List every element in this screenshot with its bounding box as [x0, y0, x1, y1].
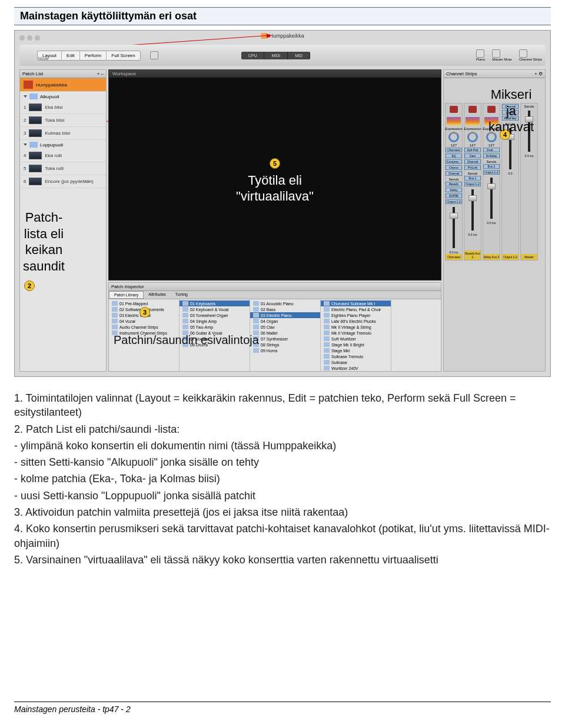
patch-name: Encore (jos pyydetään) [45, 179, 93, 184]
master-mute-icon[interactable] [492, 49, 500, 58]
folder-icon [29, 142, 38, 148]
overlay-workspace-2: "virtuaalilava" [236, 189, 314, 204]
tab-attributes[interactable]: Attributes [144, 291, 171, 299]
inspector-item[interactable]: Mk II Vintage & String [321, 324, 391, 330]
minimize-icon[interactable] [27, 35, 32, 41]
inspector-item[interactable]: Late 80's Electric Plucks [321, 318, 391, 324]
panel-controls-icon[interactable]: + ⚙ [534, 71, 543, 76]
callout-3: 3 [139, 307, 150, 318]
patch-name: Toka biisi [45, 118, 64, 123]
channel-strip[interactable]: Expression127Soft PadGainChannel EQPVLvr… [464, 103, 481, 261]
fullscreen-button[interactable]: Full Screen [107, 51, 139, 60]
tools-icon[interactable] [150, 51, 158, 59]
channel-strip[interactable]: Sends0.4 msMaster [520, 103, 538, 261]
channel-strip[interactable]: Expression127ChorusedEQCompres...ChorusC… [445, 103, 463, 261]
inspector-item[interactable]: 09 Horns [250, 348, 320, 353]
patch-thumb-icon [29, 103, 42, 111]
inspector-item[interactable]: Suitcase Tremolo [321, 353, 391, 359]
overlay-workspace-1: Työtila eli [248, 173, 302, 188]
patch-row[interactable]: 3Kolmas biisi [20, 127, 106, 140]
patch-thumb-icon [29, 129, 42, 137]
toolbar-mute-label: Master Mute [492, 58, 511, 61]
workspace: Workspace 5 Työtila eli "virtuaalilava" [108, 69, 441, 280]
inspector-item[interactable]: 06 Mallet [250, 330, 320, 336]
inspector-item[interactable]: Eighties Piano Player [321, 312, 391, 318]
inspector-item[interactable]: Stage Mk II Bright [321, 342, 391, 348]
inspector-item[interactable]: 05 Two-Amp [180, 324, 250, 330]
inspector-col-4[interactable]: Chorused Suitcase Mk IElectric Piano, Pa… [321, 299, 391, 371]
callout-5: 5 [270, 158, 280, 169]
callout-2: 2 [24, 280, 35, 291]
center-segmented: CPU MIDI MID [241, 52, 310, 59]
list-subitem: - uusi Setti-kansio "Loppupuoli" jonka s… [14, 489, 551, 503]
folder-icon [29, 93, 38, 99]
inspector-item[interactable]: Electric Piano, Pad & Choir [321, 306, 391, 312]
set-folder[interactable]: Alkupuoli [20, 92, 106, 101]
cpu-tab[interactable]: CPU [241, 52, 265, 59]
disclosure-icon[interactable] [24, 143, 27, 146]
patch-index: 1 [24, 105, 26, 110]
patch-row[interactable]: 5Toka rulli [20, 162, 106, 175]
patch-row[interactable]: 2Toka biisi [20, 114, 106, 127]
patch-list-header: Patch List [22, 71, 43, 76]
panel-controls-icon[interactable]: + – [97, 71, 104, 76]
callout-4: 4 [500, 129, 510, 140]
mid-tab[interactable]: MID [288, 52, 310, 59]
patch-index: 4 [24, 153, 26, 158]
patch-name: Toka rulli [45, 166, 64, 171]
toolbar: Layout Edit Perform Full Screen Mode CPU… [19, 45, 546, 66]
disclosure-icon[interactable] [24, 95, 27, 98]
inspector-item[interactable]: 03 Tonewheel Organ [180, 312, 250, 318]
overlay-bottom-label: Patchin/saundin esivalintoja [114, 333, 259, 347]
mode-segmented[interactable]: Layout Edit Perform Full Screen [37, 51, 141, 61]
midi-tab[interactable]: MIDI [264, 52, 288, 59]
inspector-item[interactable]: Soft Wurlitzer [321, 336, 391, 342]
list-subitem: - kolme patchia (Eka-, Toka- ja Kolmas b… [14, 472, 551, 486]
inspector-item[interactable]: 01 Acoustic Piano [250, 300, 320, 306]
list-subitem: - sitten Setti-kansio "Alkupuoli" jonka … [14, 455, 551, 469]
list-item: 5. Varsinainen "virtuaalilava" eli tässä… [14, 553, 551, 567]
patch-row[interactable]: 1Eka biisi [20, 101, 106, 114]
close-icon[interactable] [19, 35, 25, 41]
piano-icon[interactable] [476, 49, 484, 58]
set-name: Loppupuoli [40, 142, 63, 148]
inspector-item[interactable]: 04 Organ [250, 318, 320, 324]
edit-button[interactable]: Edit [62, 51, 80, 60]
inspector-item[interactable]: 03 Electric Piano [250, 312, 320, 318]
perform-button[interactable]: Perform [80, 51, 107, 60]
concert-name: Humppakeikka [36, 82, 67, 88]
inspector-item[interactable]: Stage Mkl [321, 348, 391, 353]
inspector-item[interactable]: 01 Pre-Mapped [109, 300, 179, 306]
inspector-item[interactable]: 02 Keyboard & Vocal [180, 306, 250, 312]
patch-list-panel: Patch List + – Humppakeikka Alkupuoli 1E… [19, 69, 107, 372]
channel-strips-panel: Channel Strips + ⚙ Expression127Chorused… [443, 69, 546, 372]
concert-row[interactable]: Humppakeikka [20, 78, 106, 92]
channel-strips-icon[interactable] [519, 49, 527, 58]
set-folder[interactable]: Loppupuoli [20, 140, 106, 149]
list-item: 1. Toimintatilojen valinnat (Layout = ke… [14, 391, 551, 420]
inspector-item[interactable]: 02 Bass [250, 306, 320, 312]
inspector-item[interactable]: 08 Strings [250, 342, 320, 348]
inspector-item[interactable]: Suitcase [321, 359, 391, 365]
patch-row[interactable]: 6Encore (jos pyydetään) [20, 175, 106, 188]
channel-strip[interactable]: Expression127Dual ...St-DelaySendsBus 2O… [483, 103, 500, 261]
inspector-item[interactable]: 01 Keyboards [180, 300, 250, 306]
inspector-item[interactable]: 04 Single Amp [180, 318, 250, 324]
inspector-item[interactable]: Wurlitzer 240V [321, 365, 391, 371]
section-title: Mainstagen käyttöliittymän eri osat [14, 7, 551, 25]
page-footer: Mainstagen perusteita - tp47 - 2 [14, 702, 551, 714]
inspector-col-3[interactable]: 01 Acoustic Piano02 Bass03 Electric Pian… [250, 299, 321, 371]
channel-strip[interactable]: Channel EQLimiterAutoFilterSends0.0Outpu… [501, 103, 519, 261]
list-item: 3. Aktivoidun patchin valmiita presettej… [14, 505, 551, 519]
tab-patch-library[interactable]: Patch Library [109, 291, 144, 299]
toolbar-piano-label: Piano [476, 58, 485, 61]
inspector-item[interactable]: Mk II Vintage Tremolo [321, 330, 391, 336]
inspector-item[interactable]: Chorused Suitcase Mk I [321, 300, 391, 306]
zoom-icon[interactable] [35, 35, 40, 41]
inspector-item[interactable]: 04 Vocal [109, 318, 179, 324]
inspector-item[interactable]: 07 Synthesizer [250, 336, 320, 342]
inspector-item[interactable]: Audio Channel Strips [109, 324, 179, 330]
inspector-item[interactable]: 05 Clav [250, 324, 320, 330]
patch-row[interactable]: 4Eka rulli [20, 149, 106, 162]
tab-tuning[interactable]: Tuning [171, 291, 192, 299]
